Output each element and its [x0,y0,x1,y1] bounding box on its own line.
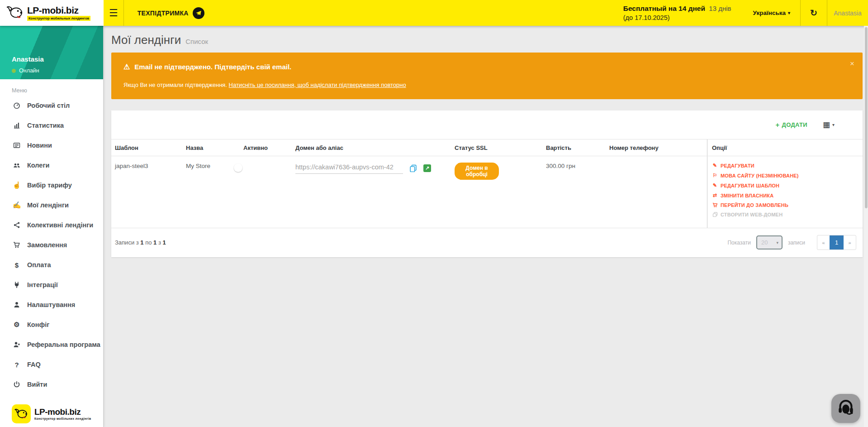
add-button-label: ДОДАТИ [782,121,807,128]
logo-title: LP-mobi.biz [27,5,90,15]
sidebar-item-dashboard[interactable]: Робочий стіл [0,96,103,115]
chevron-down-icon: ▾ [776,240,778,245]
sidebar-item-label: Інтеграції [27,281,58,288]
sidebar-item-label: Статистика [27,122,64,129]
hamburger-icon[interactable]: ☰ [104,0,123,26]
footer-logo-title: LP-mobi.biz [34,408,91,416]
column-header: Назва [182,139,240,156]
trial-info: Бесплатный на 14 дней 13 днів (до 17.10.… [623,4,731,22]
page-size-select[interactable]: 20 ▾ [756,235,783,249]
external-link-icon[interactable]: ↗ [423,164,431,172]
online-dot-icon [12,69,16,73]
sidebar-item-label: Колективні лендінги [27,221,93,229]
hand-pointer-icon: ☝ [12,181,22,189]
support-link[interactable]: ТЕХПІДТРИМКА [124,7,213,19]
cart-icon [712,202,718,208]
option-label: МОВА САЙТУ (НЕЗМІНЮВАНЕ) [721,173,799,178]
landings-table: Шаблон Назва Активно Домен або аліас Ста… [111,139,863,228]
scrollbar[interactable] [864,26,868,427]
resend-confirmation-link[interactable]: Натисніть це посилання, щоб надіслати пі… [229,82,406,88]
question-icon: ? [12,361,22,369]
sidebar-item-label: Конфіг [27,321,49,328]
column-header: Опції [707,139,863,156]
sidebar-item-orders[interactable]: Замовлення [0,235,103,255]
sidebar-item-config[interactable]: ⚙ Конфіг [0,315,103,335]
edit-icon: ✎ [712,163,718,168]
sidebar-item-label: Вийти [27,381,47,388]
user-icon [12,301,22,308]
column-header: Шаблон [111,139,182,156]
close-icon[interactable]: × [850,60,854,67]
option-edit-template[interactable]: ✎ РЕДАГУВАТИ ШАБЛОН [712,182,859,188]
sidebar-item-label: FAQ [27,361,41,368]
sidebar-username: Anastasia [12,55,44,63]
email-warning-banner: ⚠ Email не підтверджено. Підтвердіть сві… [111,53,863,99]
sidebar-item-logout[interactable]: Вийти [0,374,103,394]
status-label: Онлайн [19,67,39,74]
sidebar-item-integrations[interactable]: Інтеграції [0,275,103,295]
option-go-to-orders[interactable]: ПЕРЕЙТИ ДО ЗАМОВЛЕНЬ [712,202,859,208]
language-selector[interactable]: Українська ▾ [743,10,800,16]
app-logo[interactable]: LP-mobi.biz Конструктор мобильных лендин… [0,0,104,26]
table-header-row: Шаблон Назва Активно Домен або аліас Ста… [111,139,863,156]
sidebar-item-tariff[interactable]: ☝ Вибір тарифу [0,175,103,195]
option-label: РЕДАГУВАТИ ШАБЛОН [721,183,779,188]
headset-icon [837,398,855,418]
topbar-username[interactable]: Anastasia [827,10,868,17]
sidebar-item-label: Колеги [27,162,49,169]
toggle-knob [234,163,242,172]
page-subtitle: Список [185,38,208,45]
pagination-next[interactable]: » [844,235,856,249]
footer-logo-subtitle: Конструктор мобільних лендінгів [34,417,91,420]
chevron-down-icon: ▾ [788,10,790,15]
sidebar-item-label: Налаштування [27,301,75,308]
cell-options: ✎ РЕДАГУВАТИ ⚐ МОВА САЙТУ (НЕЗМІНЮВАНЕ) … [707,156,863,228]
columns-toggle-button[interactable]: ▦ ▾ [823,120,835,130]
dashboard-icon [12,102,22,109]
sidebar: Anastasia Онлайн Меню Робочий стіл Стати… [0,26,104,427]
language-label: Українська [753,10,786,16]
copy-icon[interactable] [409,164,417,172]
sidebar-item-my-landings[interactable]: ✍ Мої лендінги [0,195,103,215]
domain-input[interactable] [295,163,403,174]
sidebar-item-label: Оплата [27,261,51,269]
option-label: РЕДАГУВАТИ [721,163,754,168]
pagination-prev[interactable]: « [817,235,830,249]
sidebar-item-collective-landings[interactable]: Колективні лендінги [0,215,103,235]
plug-icon [12,281,22,288]
sidebar-item-stats[interactable]: Статистика [0,115,103,135]
sidebar-item-settings[interactable]: Налаштування [0,295,103,315]
sidebar-item-label: Робочий стіл [27,102,70,109]
page-header: Мої лендінги Список [104,26,868,53]
trial-plan: Бесплатный на 14 дней [623,5,705,12]
sidebar-item-payment[interactable]: $ Оплата [0,255,103,275]
sidebar-item-referral[interactable]: Реферальна програма [0,335,103,355]
sidebar-item-label: Новини [27,142,52,149]
sidebar-item-news[interactable]: Новини [0,135,103,155]
sidebar-user-status: Онлайн [12,67,39,74]
users-icon [12,162,22,169]
sidebar-item-label: Вибір тарифу [27,182,72,189]
cell-template: japan-steel3 [111,156,182,228]
support-label: ТЕХПІДТРИМКА [138,10,189,17]
records-info: Записи з 1 по 1 з 1 [115,239,166,246]
option-label: ЗМІНИТИ ВЛАСНИКА [721,193,773,198]
option-site-language[interactable]: ⚐ МОВА САЙТУ (НЕЗМІНЮВАНЕ) [712,173,859,178]
menu-section-label: Меню [12,87,103,94]
sidebar-item-faq[interactable]: ? FAQ [0,355,103,374]
chevron-down-icon: ▾ [832,122,835,127]
column-header: Активно [240,139,292,156]
option-edit[interactable]: ✎ РЕДАГУВАТИ [712,163,859,168]
column-header: Статус SSL [451,139,542,156]
option-change-owner[interactable]: ⇄ ЗМІНИТИ ВЛАСНИКА [712,192,859,198]
pagination-page-1[interactable]: 1 [830,235,844,249]
language-icon: ⚐ [712,173,718,178]
refresh-icon[interactable]: ↻ [801,8,827,18]
scrollbar-thumb[interactable] [865,27,868,208]
sidebar-item-colleagues[interactable]: Колеги [0,155,103,175]
edit-icon: ✎ [712,182,718,188]
support-chat-button[interactable] [831,394,860,423]
add-button[interactable]: + ДОДАТИ [776,121,807,129]
sidebar-item-label: Реферальна програма [27,341,100,348]
column-header: Номер телефону [606,139,707,156]
